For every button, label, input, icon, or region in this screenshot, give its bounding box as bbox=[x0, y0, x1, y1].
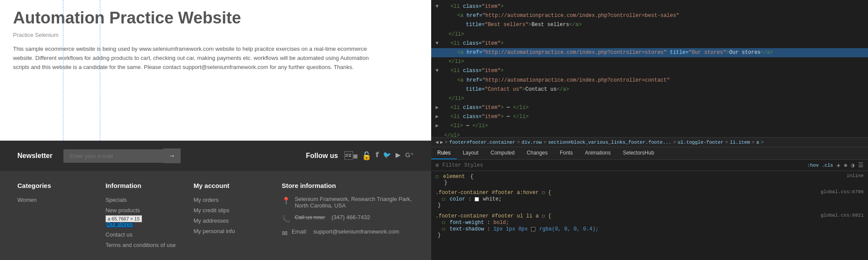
footer-link-specials[interactable]: Specials bbox=[106, 197, 127, 203]
site-subtitle: Practice Selenium bbox=[13, 32, 418, 38]
tab-animations[interactable]: Animations bbox=[579, 147, 617, 159]
footer-link-my-addresses[interactable]: My addresses bbox=[194, 217, 229, 224]
filter-plus-icon[interactable]: ✚ bbox=[837, 161, 840, 169]
newsletter-bar: Newsletter → Follow us ▦ 🔓 𝕗 🐦 ▶ G⁺ bbox=[0, 141, 431, 171]
left-panel: Automation Practice Website Practice Sel… bbox=[0, 0, 431, 260]
footer-link-new-products[interactable]: New products bbox=[106, 207, 140, 214]
gplus-icon[interactable]: G⁺ bbox=[405, 151, 414, 161]
html-line-selected[interactable]: <a href="http://automationpractice.com/i… bbox=[431, 48, 868, 57]
list-item: Specials bbox=[106, 196, 194, 204]
store-phone: (347) 466-7432 bbox=[331, 214, 370, 221]
triangle-icon2[interactable]: ▶ bbox=[436, 105, 439, 111]
list-item: Contact us bbox=[106, 230, 194, 238]
footer-information-list: Specials New products a 65.7667 × 15 Our… bbox=[106, 196, 194, 249]
style-val-fw: bold; bbox=[493, 220, 509, 226]
breadcrumb-li[interactable]: li.item bbox=[730, 140, 750, 145]
store-email-label: Email: bbox=[292, 228, 307, 235]
footer-myaccount-list: My orders My credit slips My addresses M… bbox=[194, 196, 282, 235]
facebook-icon[interactable]: ▦ bbox=[344, 151, 357, 161]
filter-settings-icon[interactable]: ☰ bbox=[858, 161, 864, 169]
color-swatch-white bbox=[475, 197, 479, 201]
footer-link-terms[interactable]: Terms and conditions of use bbox=[106, 242, 176, 248]
twitter-bird[interactable]: 🐦 bbox=[383, 151, 391, 161]
html-line[interactable]: ▼ <li class="item"> bbox=[431, 39, 868, 48]
html-line[interactable]: <a href="http://automationpractice.com/i… bbox=[431, 76, 868, 85]
breadcrumb-sep5: > bbox=[725, 140, 728, 145]
breadcrumb-footer[interactable]: footer#footer.container bbox=[449, 140, 515, 145]
style-block-shadow: ◻ text-shadow : 1px 1px 0px rgba(0, 0, 0… bbox=[436, 226, 864, 232]
dashed-line-v1 bbox=[63, 0, 63, 141]
twitter-icon[interactable]: 𝕗 bbox=[376, 151, 379, 161]
breadcrumb-ul[interactable]: ul.toggle-footer bbox=[678, 140, 724, 145]
facebook-icon-f[interactable]: 🔓 bbox=[362, 151, 371, 161]
store-address: Selenium Framework, Research Triangle Pa… bbox=[295, 196, 414, 209]
tab-layout[interactable]: Layout bbox=[457, 147, 485, 159]
breadcrumb-section[interactable]: section#block_various_links_footer.foote… bbox=[548, 140, 671, 145]
newsletter-submit-button[interactable]: → bbox=[163, 148, 181, 163]
check-icon3: ◻ bbox=[442, 220, 445, 226]
style-block-hover: ◻ color : white; bbox=[436, 196, 864, 202]
triangle-icon[interactable]: ▼ bbox=[436, 3, 439, 10]
tab-changes[interactable]: Changes bbox=[521, 147, 554, 159]
breadcrumb-sep3: > bbox=[544, 140, 547, 145]
filter-brightness-icon[interactable]: ✺ bbox=[844, 161, 847, 169]
youtube-icon[interactable]: ▶ bbox=[396, 151, 401, 161]
triangle-icon3[interactable]: ▶ bbox=[436, 114, 439, 120]
list-item: My credit slips bbox=[194, 206, 282, 214]
breadcrumb-sep4: > bbox=[673, 140, 676, 145]
list-item: My personal info bbox=[194, 227, 282, 235]
breadcrumb-nav-forward[interactable]: ▶ bbox=[440, 139, 443, 145]
triangle-icon[interactable]: ▼ bbox=[436, 68, 439, 74]
store-address-item: 📍 Selenium Framework, Research Triangle … bbox=[282, 196, 414, 209]
html-line[interactable]: </li> bbox=[431, 57, 868, 66]
newsletter-label: Newsletter bbox=[17, 152, 53, 160]
breadcrumb-sep2: > bbox=[517, 140, 520, 145]
triangle-icon[interactable]: ▼ bbox=[436, 40, 439, 46]
style-selector-li-a: .footer-container #footer ul li a ◻ { bbox=[436, 213, 551, 219]
devtools-tabs: Rules Layout Computed Changes Fonts Anim… bbox=[431, 147, 868, 160]
social-icons: ▦ 🔓 𝕗 🐦 ▶ G⁺ bbox=[344, 151, 414, 161]
footer-myaccount-title: My account bbox=[194, 182, 282, 189]
breadcrumb-sep: > bbox=[445, 140, 448, 145]
html-line[interactable]: ▼ <li class="item"> bbox=[431, 2, 868, 11]
html-line[interactable]: title="Contact us">Contact us</a> bbox=[431, 85, 868, 94]
tab-fonts[interactable]: Fonts bbox=[554, 147, 579, 159]
tab-computed[interactable]: Computed bbox=[485, 147, 521, 159]
html-line[interactable]: </ul> bbox=[431, 131, 868, 137]
style-rule-li-a: .footer-container #footer ul li a ◻ { gl… bbox=[436, 213, 864, 238]
footer-link-my-personal[interactable]: My personal info bbox=[194, 228, 235, 234]
html-line[interactable]: ▶ <li class="item"> ⋯ </li> bbox=[431, 112, 868, 122]
footer-columns: Categories Women Information Specials Ne… bbox=[0, 171, 431, 260]
html-line[interactable]: </li> bbox=[431, 30, 868, 39]
devtools-panel: ▼ <li class="item"> <a href="http://auto… bbox=[431, 0, 868, 260]
style-source: inline bbox=[846, 173, 864, 178]
html-line[interactable]: title="Best sellers">Best sellers</a> bbox=[431, 20, 868, 30]
breadcrumb-nav-back[interactable]: ◀ bbox=[436, 139, 439, 145]
filter-contrast-icon[interactable]: ◑ bbox=[851, 161, 855, 169]
tab-rules[interactable]: Rules bbox=[431, 147, 457, 159]
triangle-icon4[interactable]: ▶ bbox=[436, 123, 439, 129]
follow-label: Follow us bbox=[306, 152, 338, 160]
style-val-white: white; bbox=[483, 196, 502, 202]
html-line[interactable]: ▶ <li> ⋯ </li> bbox=[431, 122, 868, 131]
footer-link-women[interactable]: Women bbox=[17, 197, 37, 203]
site-description: This sample ecommerce website is being u… bbox=[13, 45, 369, 72]
html-line[interactable]: </li> bbox=[431, 94, 868, 103]
html-line[interactable]: <a href="http://automationpractice.com/i… bbox=[431, 11, 868, 20]
list-item: Terms and conditions of use bbox=[106, 241, 194, 249]
breadcrumb-sep7: > bbox=[761, 140, 764, 145]
breadcrumb-a[interactable]: a bbox=[756, 140, 759, 145]
filter-styles-input[interactable] bbox=[442, 162, 804, 168]
newsletter-email-input[interactable] bbox=[63, 149, 163, 163]
footer-link-contact[interactable]: Contact us bbox=[106, 231, 132, 238]
footer-categories-title: Categories bbox=[17, 182, 106, 189]
footer-link-my-credit[interactable]: My credit slips bbox=[194, 207, 229, 214]
newsletter-form: → bbox=[63, 148, 181, 163]
style-states[interactable]: :hov .cls bbox=[807, 163, 833, 168]
devtools-styles: Rules Layout Computed Changes Fonts Anim… bbox=[431, 147, 868, 260]
html-line[interactable]: ▶ <li class="item"> ⋯ </li> bbox=[431, 103, 868, 112]
html-line[interactable]: ▼ <li class="item"> bbox=[431, 66, 868, 76]
footer-link-my-orders[interactable]: My orders bbox=[194, 197, 219, 203]
breadcrumb-div[interactable]: div.row bbox=[521, 140, 541, 145]
tab-selectorshub[interactable]: SelectorsHub bbox=[617, 147, 660, 159]
